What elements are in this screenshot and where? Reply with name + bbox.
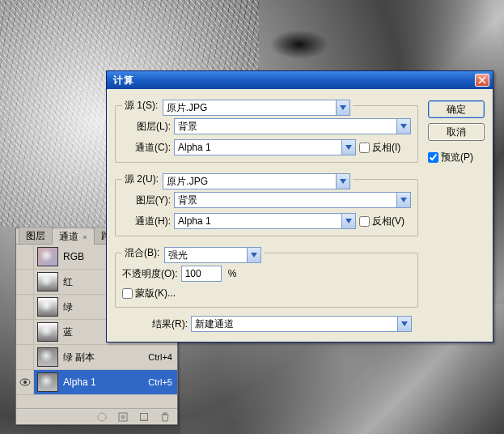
source1-layer-combo[interactable]: 背景 — [174, 118, 411, 134]
cancel-button[interactable]: 取消 — [428, 123, 485, 141]
channel-shortcut: Ctrl+5 — [148, 377, 177, 387]
source2-group: 源 2(U): 原片.JPG 图层(Y): 背景 — [115, 171, 418, 236]
channel-thumb — [37, 247, 58, 266]
source2-invert-box[interactable] — [359, 216, 370, 227]
svg-point-5 — [121, 415, 125, 419]
channel-name: 绿 副本 — [63, 351, 148, 364]
source1-layer-value: 背景 — [178, 120, 396, 134]
result-row: 结果(R): 新建通道 — [115, 316, 418, 332]
source1-file-value: 原片.JPG — [167, 101, 336, 115]
opacity-input[interactable] — [181, 266, 222, 282]
source1-invert-label: 反相(I) — [372, 141, 400, 155]
chevron-down-icon — [336, 100, 349, 115]
source1-channel-value: Alpha 1 — [178, 142, 341, 153]
source2-invert-check[interactable]: 反相(V) — [359, 215, 404, 228]
svg-point-3 — [98, 413, 106, 421]
visibility-cell[interactable] — [16, 345, 34, 369]
chevron-down-icon — [336, 174, 349, 189]
eye-icon — [19, 378, 31, 386]
close-button[interactable] — [475, 74, 489, 87]
list-spacer — [16, 395, 177, 408]
result-combo[interactable]: 新建通道 — [191, 316, 412, 332]
preview-check[interactable]: 预览(P) — [428, 151, 485, 164]
visibility-cell[interactable] — [16, 295, 34, 319]
tab-close-glyph: × — [83, 233, 87, 241]
channel-thumb — [37, 272, 58, 291]
tab-channels[interactable]: 通道 × — [52, 228, 95, 245]
source1-channel-combo[interactable]: Alpha 1 — [174, 139, 356, 155]
source2-legend: 源 2(U): — [125, 173, 159, 185]
source1-invert-check[interactable]: 反相(I) — [359, 141, 400, 155]
channel-row-alpha1[interactable]: Alpha 1 Ctrl+5 — [16, 370, 177, 395]
chevron-down-icon — [397, 317, 411, 331]
channel-name: Alpha 1 — [63, 377, 148, 388]
source1-layer-label: 图层(L): — [122, 120, 171, 134]
source1-group: 源 1(S): 原片.JPG 图层(L): 背景 — [115, 97, 418, 163]
visibility-cell[interactable] — [16, 370, 34, 394]
source2-invert-label: 反相(V) — [372, 215, 404, 228]
dialog-right-column: 确定 取消 预览(P) — [428, 97, 485, 164]
tab-layers[interactable]: 图层 — [19, 227, 53, 244]
blend-mode-combo[interactable]: 强光 — [164, 247, 261, 263]
source2-channel-label: 通道(H): — [122, 215, 171, 228]
mask-label: 蒙版(K)... — [135, 287, 176, 300]
dialog-title: 计算 — [113, 74, 134, 87]
tab-channels-label: 通道 — [59, 231, 78, 242]
source1-invert-box[interactable] — [359, 143, 370, 153]
channel-shortcut: Ctrl+4 — [148, 352, 177, 362]
visibility-cell[interactable] — [16, 270, 34, 294]
chevron-down-icon — [396, 193, 410, 207]
channel-row-green-copy[interactable]: 绿 副本 Ctrl+4 — [16, 345, 177, 370]
blend-mode-value: 强光 — [168, 249, 247, 262]
preview-label: 预览(P) — [441, 151, 473, 164]
delete-icon[interactable] — [159, 411, 171, 423]
channel-thumb — [37, 297, 58, 317]
source1-file-combo[interactable]: 原片.JPG — [163, 100, 350, 116]
ok-button[interactable]: 确定 — [428, 100, 485, 118]
visibility-cell[interactable] — [16, 245, 34, 269]
calculate-dialog: 计算 源 1(S): 原片.JPG 图层(L): — [106, 70, 493, 343]
visibility-cell[interactable] — [16, 320, 34, 344]
result-label: 结果(R): — [115, 317, 188, 331]
source2-channel-combo[interactable]: Alpha 1 — [174, 213, 356, 229]
channel-thumb — [37, 347, 58, 367]
preview-box[interactable] — [428, 152, 438, 163]
dialog-left-column: 源 1(S): 原片.JPG 图层(L): 背景 — [115, 97, 418, 332]
source1-legend: 源 1(S): — [125, 100, 158, 111]
mask-box[interactable] — [122, 288, 133, 299]
save-selection-icon[interactable] — [117, 411, 129, 423]
chevron-down-icon — [247, 248, 260, 262]
source1-channel-label: 通道(C): — [122, 141, 171, 155]
new-channel-icon[interactable] — [138, 411, 150, 423]
blend-label: 混合(B): — [125, 247, 159, 258]
channel-thumb — [37, 372, 58, 392]
load-selection-icon[interactable] — [96, 411, 108, 423]
titlebar[interactable]: 计算 — [107, 71, 493, 89]
source2-layer-label: 图层(Y): — [122, 194, 171, 207]
opacity-label: 不透明度(O): — [122, 267, 178, 281]
panel-footer — [16, 408, 177, 424]
svg-rect-7 — [141, 419, 148, 420]
dialog-body: 源 1(S): 原片.JPG 图层(L): 背景 — [107, 89, 493, 342]
chevron-down-icon — [341, 140, 355, 155]
percent-sign: % — [228, 268, 237, 279]
source2-layer-combo[interactable]: 背景 — [174, 192, 411, 208]
channel-thumb — [37, 322, 58, 342]
source2-layer-value: 背景 — [178, 194, 396, 207]
result-value: 新建通道 — [195, 317, 397, 331]
blend-group: 混合(B): 强光 不透明度(O): % — [115, 245, 418, 308]
chevron-down-icon — [396, 119, 410, 134]
svg-point-2 — [23, 381, 27, 384]
chevron-down-icon — [341, 214, 355, 228]
source2-file-value: 原片.JPG — [167, 175, 336, 189]
source2-file-combo[interactable]: 原片.JPG — [163, 173, 350, 189]
source2-channel-value: Alpha 1 — [178, 215, 341, 227]
mask-check[interactable]: 蒙版(K)... — [122, 287, 176, 300]
